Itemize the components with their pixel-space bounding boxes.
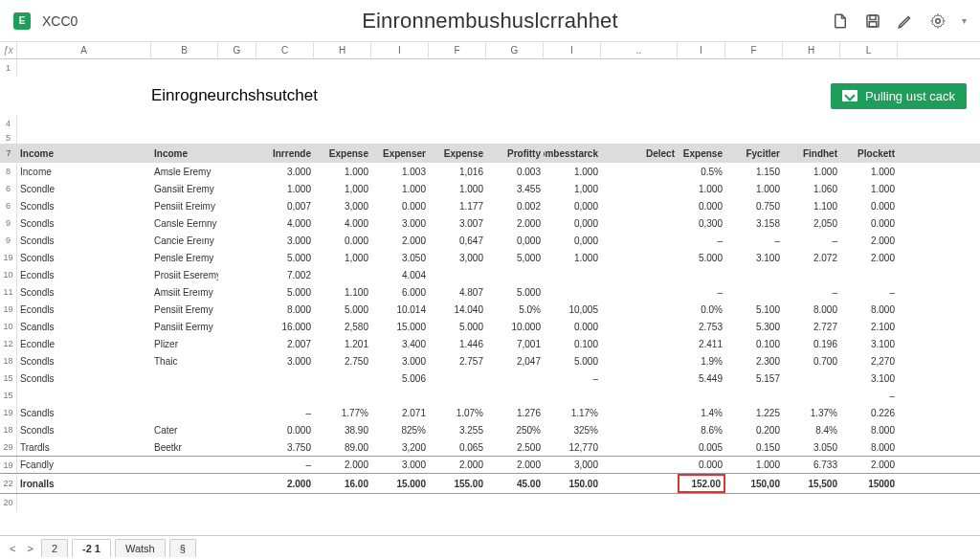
cell[interactable]: 4.004 xyxy=(371,266,429,283)
row-num[interactable]: 1 xyxy=(0,59,17,77)
cell[interactable]: 5.006 xyxy=(371,370,429,387)
cell[interactable]: Scondls xyxy=(17,283,151,301)
tab-next[interactable]: > xyxy=(23,541,36,556)
cell[interactable]: Fcandly xyxy=(17,457,151,473)
cell[interactable]: Pansiit Eermy xyxy=(151,318,218,335)
cell[interactable] xyxy=(218,457,256,473)
edit-icon[interactable] xyxy=(897,12,914,30)
cell[interactable]: 5.157 xyxy=(725,370,783,387)
cell[interactable]: Scondle xyxy=(17,180,151,197)
tab-3[interactable]: Watsh xyxy=(115,539,166,557)
tab-1[interactable]: 2 xyxy=(41,539,68,557)
row-num[interactable]: 12 xyxy=(0,335,17,352)
tab-2-active[interactable]: -2 1 xyxy=(72,539,111,557)
cell[interactable]: 1.000 xyxy=(678,180,725,197)
cell[interactable]: 5.0% xyxy=(486,301,544,318)
cell[interactable]: 0,647 xyxy=(429,232,486,249)
cell[interactable]: 5.000 xyxy=(678,249,725,266)
cell[interactable] xyxy=(314,370,371,387)
cell[interactable] xyxy=(601,352,678,370)
cell[interactable]: 1,000 xyxy=(314,249,371,266)
cell[interactable]: – xyxy=(783,232,840,249)
cell[interactable]: 3.050 xyxy=(783,438,840,456)
col-A[interactable]: A xyxy=(17,42,151,58)
cell[interactable]: 15.000 xyxy=(371,318,429,335)
cell[interactable] xyxy=(218,335,256,352)
file-name[interactable]: XCC0 xyxy=(42,13,78,29)
cell[interactable]: 1,000 xyxy=(314,180,371,197)
cell[interactable] xyxy=(218,283,256,301)
cell[interactable]: 5.300 xyxy=(725,318,783,335)
cell[interactable]: 3.000 xyxy=(256,163,314,180)
cell[interactable]: 5,000 xyxy=(486,249,544,266)
cell[interactable] xyxy=(601,249,678,266)
cell[interactable]: Cater xyxy=(151,421,218,438)
cell[interactable]: 0.000 xyxy=(371,197,429,214)
gear-icon[interactable] xyxy=(929,12,947,30)
cell[interactable]: 8.000 xyxy=(840,301,898,318)
cell[interactable] xyxy=(678,387,725,404)
cell[interactable] xyxy=(783,387,840,404)
cell[interactable]: 0.700 xyxy=(783,352,840,370)
cell[interactable] xyxy=(218,232,256,249)
cell[interactable] xyxy=(218,421,256,438)
cell[interactable]: 8.000 xyxy=(840,421,898,438)
cell[interactable]: 3,000 xyxy=(544,457,601,473)
cell[interactable]: 1.150 xyxy=(725,163,783,180)
cell[interactable]: – xyxy=(256,457,314,473)
chevron-down-icon[interactable]: ▾ xyxy=(962,15,967,26)
cell[interactable]: 0,007 xyxy=(256,197,314,214)
cell[interactable]: 0.000 xyxy=(544,318,601,335)
cell[interactable]: 12,770 xyxy=(544,438,601,456)
cell[interactable]: 3.255 xyxy=(429,421,486,438)
row-num[interactable]: 11 xyxy=(0,283,17,301)
cell[interactable]: 5.000 xyxy=(256,283,314,301)
cell[interactable]: 2.000 xyxy=(314,457,371,473)
cell[interactable]: 2,580 xyxy=(314,318,371,335)
cell[interactable] xyxy=(314,266,371,283)
tab-4[interactable]: § xyxy=(169,539,196,557)
cell[interactable]: – xyxy=(678,283,725,301)
cell[interactable]: 38.90 xyxy=(314,421,371,438)
cell[interactable]: 2,270 xyxy=(840,352,898,370)
cell[interactable]: 0,000 xyxy=(486,232,544,249)
cell[interactable]: Plizer xyxy=(151,335,218,352)
cell[interactable]: 1.100 xyxy=(314,283,371,301)
cell[interactable] xyxy=(429,387,486,404)
cell[interactable] xyxy=(601,438,678,456)
cell[interactable]: 6.000 xyxy=(371,283,429,301)
cell[interactable] xyxy=(601,335,678,352)
row-num[interactable]: 19 xyxy=(0,301,17,318)
cell[interactable]: 2.300 xyxy=(725,352,783,370)
cell[interactable]: 2,047 xyxy=(486,352,544,370)
cell[interactable]: 2.727 xyxy=(783,318,840,335)
cell[interactable]: 7,001 xyxy=(486,335,544,352)
cell[interactable]: 0.000 xyxy=(678,457,725,473)
cell[interactable]: 4.807 xyxy=(429,283,486,301)
cell[interactable]: 0.0% xyxy=(678,301,725,318)
cell[interactable] xyxy=(783,370,840,387)
cell[interactable] xyxy=(601,318,678,335)
cell[interactable]: 1.17% xyxy=(544,404,601,421)
row-num[interactable]: 6 xyxy=(0,197,17,214)
cell[interactable] xyxy=(151,387,218,404)
cell[interactable] xyxy=(218,404,256,421)
row-num[interactable]: 18 xyxy=(0,421,17,438)
cell[interactable]: 2.000 xyxy=(840,249,898,266)
cell[interactable] xyxy=(544,387,601,404)
cell[interactable]: Econdls xyxy=(17,266,151,283)
cell[interactable]: 7.002 xyxy=(256,266,314,283)
cell[interactable]: 8.6% xyxy=(678,421,725,438)
cell[interactable]: 1.000 xyxy=(429,180,486,197)
row-num[interactable]: 4 xyxy=(0,115,17,132)
cell[interactable]: 2.072 xyxy=(783,249,840,266)
cell[interactable]: 250% xyxy=(486,421,544,438)
cell[interactable]: 4.000 xyxy=(256,214,314,232)
cell[interactable] xyxy=(725,283,783,301)
cell[interactable]: 2.000 xyxy=(429,457,486,473)
cell[interactable] xyxy=(256,370,314,387)
row-num[interactable]: 6 xyxy=(0,180,17,197)
cell[interactable]: 0.000 xyxy=(840,214,898,232)
cell[interactable] xyxy=(256,387,314,404)
cell[interactable]: Amsle Eremy xyxy=(151,163,218,180)
